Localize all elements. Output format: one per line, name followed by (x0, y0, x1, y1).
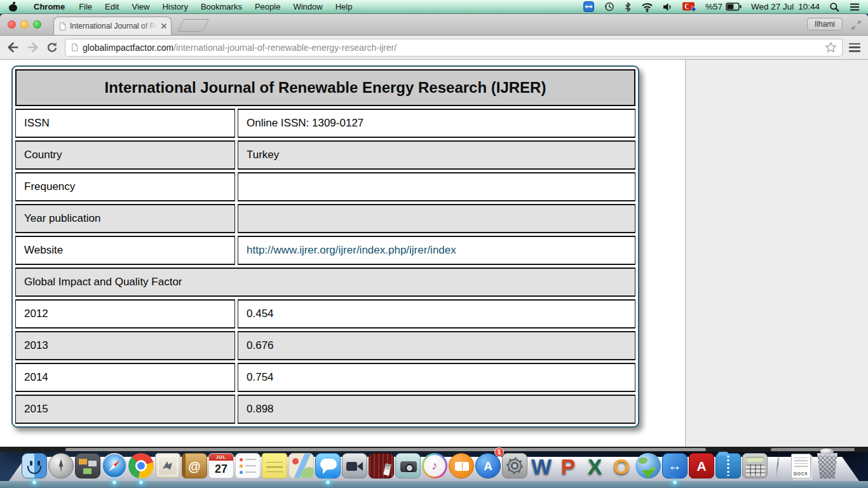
app-glyph: P (555, 453, 581, 480)
menu-edit[interactable]: Edit (98, 0, 125, 14)
maps-icon (288, 453, 314, 478)
dock-app-store[interactable]: A1 (475, 451, 501, 478)
turkish-flag-icon[interactable] (682, 2, 696, 11)
row-value: Online ISSN: 1309-0127 (238, 109, 635, 138)
menu-people[interactable]: People (248, 0, 287, 14)
row-value (238, 172, 635, 201)
dock-ibooks[interactable] (449, 451, 474, 478)
spotlight-icon[interactable] (829, 2, 839, 12)
safari-icon (102, 453, 127, 478)
new-tab-button[interactable] (177, 19, 210, 32)
dock-mission-control[interactable] (75, 451, 100, 478)
notification-center-icon[interactable] (849, 3, 860, 11)
dock-chrome[interactable] (128, 451, 154, 478)
list-line (245, 459, 256, 461)
bluetooth-icon[interactable] (624, 2, 632, 12)
apple-menu-icon[interactable] (9, 3, 17, 11)
dock-messages[interactable] (315, 451, 341, 478)
row-label: ISSN (15, 109, 235, 138)
dock-mail[interactable] (155, 451, 180, 478)
menu-view[interactable]: View (125, 0, 156, 14)
menu-chrome[interactable]: Chrome (27, 0, 72, 14)
forward-button[interactable] (26, 41, 39, 54)
battery-status[interactable]: %57 (705, 2, 742, 11)
dock-winzip[interactable] (715, 451, 741, 478)
dock-word[interactable]: W (529, 451, 554, 478)
address-bar[interactable]: globalimpactfactor.com/international-jou… (65, 39, 843, 57)
row-label: Country (15, 140, 235, 170)
reload-button[interactable] (46, 41, 58, 54)
iphoto-icon (395, 453, 421, 478)
dock-calendar[interactable]: JUL27 (208, 451, 234, 478)
dock-adobe-reader[interactable]: A (689, 451, 714, 478)
row-value: 0.898 (238, 395, 635, 424)
table-row: 20120.454 (15, 299, 635, 329)
tab-close-icon[interactable] (160, 23, 166, 29)
dock-calculator[interactable] (742, 451, 768, 478)
menu-help[interactable]: Help (329, 0, 359, 14)
fullscreen-icon[interactable] (851, 20, 862, 30)
decor (669, 5, 670, 9)
dock-system-preferences[interactable] (502, 451, 527, 478)
row-label: 2012 (15, 299, 235, 329)
dock-outlook[interactable]: O (609, 451, 634, 478)
profile-button[interactable]: Ilhami (807, 18, 843, 30)
dock-excel[interactable]: X (582, 451, 607, 478)
dock-iphoto[interactable] (395, 451, 421, 478)
menu-bookmarks[interactable]: Bookmarks (194, 0, 248, 14)
close-window-button[interactable] (8, 20, 16, 29)
adobe-reader-icon: A (689, 453, 714, 478)
dock-launchpad[interactable] (48, 451, 74, 478)
dock-contacts[interactable]: @ (182, 451, 207, 478)
decor (642, 4, 652, 6)
teamviewer-icon: ↔ (662, 453, 688, 478)
time-machine-icon[interactable] (604, 1, 614, 12)
outlook-icon: O (609, 453, 634, 478)
dock-photo-booth[interactable] (369, 451, 394, 478)
dock-finder[interactable] (22, 451, 47, 478)
table-row: CountryTurkey (15, 140, 635, 170)
decor (644, 6, 650, 8)
row-label: Website (15, 236, 235, 265)
dock-trash[interactable] (815, 451, 840, 478)
url-domain: globalimpactfactor.com (83, 43, 173, 53)
photo-booth-icon (369, 453, 394, 478)
winzip-icon (715, 453, 741, 478)
dock-facetime[interactable] (342, 451, 367, 478)
menu-file[interactable]: File (72, 0, 98, 14)
dock-safari[interactable] (102, 451, 127, 478)
wifi-icon[interactable] (641, 2, 653, 12)
website-link[interactable]: http://www.ijrer.org/ijrer/index.php/ijr… (247, 244, 456, 257)
dock-powerpoint[interactable]: P (555, 451, 581, 478)
chrome-menu-icon[interactable] (849, 43, 860, 52)
menu-window[interactable]: Window (287, 0, 329, 14)
dock-stickies[interactable] (262, 451, 287, 478)
minimize-window-button[interactable] (20, 20, 29, 29)
volume-icon[interactable] (663, 2, 673, 12)
dock-teamviewer[interactable]: ↔ (662, 451, 688, 478)
decor (72, 44, 78, 51)
reminder-row (240, 471, 256, 474)
decor (646, 9, 648, 10)
dock-docx[interactable]: DOCX (788, 451, 813, 478)
dock-maps[interactable] (288, 451, 314, 478)
list-line (245, 465, 256, 467)
dock-reminders[interactable] (235, 451, 261, 478)
menu-clock[interactable]: Wed 27 Jul 10:44 (751, 2, 820, 11)
active-tab[interactable]: International Journal of Re (53, 17, 172, 35)
speech-bubble (320, 459, 337, 470)
bookmark-star-icon[interactable] (825, 41, 837, 53)
table-row: 20130.676 (15, 331, 635, 360)
teamviewer-menu-icon[interactable] (583, 1, 594, 12)
dock-itunes[interactable]: ♪ (422, 451, 447, 478)
app-glyph: O (609, 453, 634, 480)
back-button[interactable] (6, 41, 20, 54)
menu-history[interactable]: History (156, 0, 194, 14)
url-path: /international-journal-of-renewable-ener… (173, 43, 397, 53)
dock-downloader[interactable] (635, 451, 661, 478)
messages-icon (315, 453, 341, 478)
zoom-window-button[interactable] (33, 20, 41, 29)
ibooks-icon (449, 453, 474, 478)
menu-items: ChromeFileEditViewHistoryBookmarksPeople… (27, 0, 358, 14)
excel-icon: X (582, 453, 607, 478)
